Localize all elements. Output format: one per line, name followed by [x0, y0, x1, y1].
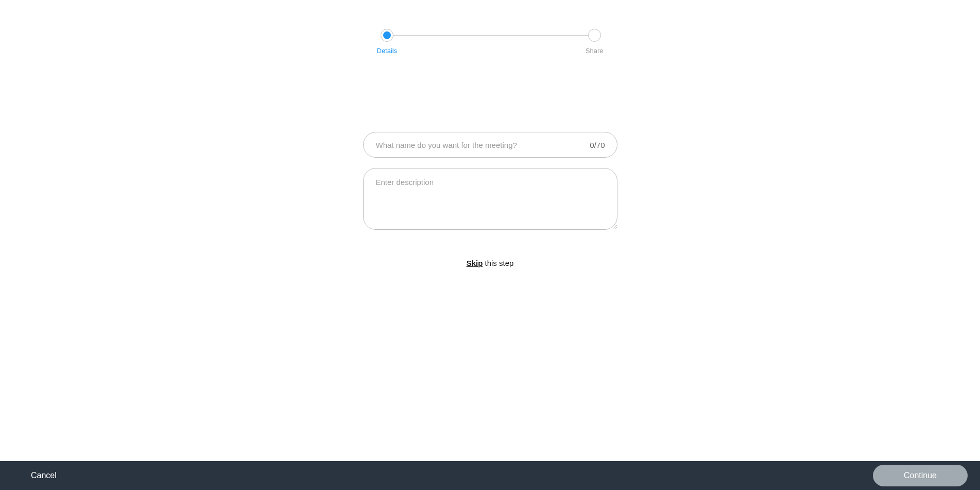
stepper-container: Details Share	[0, 0, 980, 29]
step-label-details: Details	[377, 47, 398, 55]
char-counter: 0/70	[590, 141, 605, 149]
step-circle-details	[381, 29, 393, 42]
step-circle-inner-icon	[383, 31, 391, 39]
step-details: Details	[377, 29, 398, 55]
name-input-wrapper: 0/70	[363, 132, 617, 158]
stepper-line	[389, 35, 591, 36]
step-share: Share	[586, 29, 604, 55]
skip-rest-text: this step	[483, 259, 513, 267]
footer-bar: Cancel Continue	[0, 461, 980, 490]
continue-button[interactable]: Continue	[873, 465, 968, 486]
cancel-button[interactable]: Cancel	[31, 471, 57, 480]
form-container: 0/70 Skip this step	[0, 132, 980, 267]
skip-step-link[interactable]: Skip this step	[467, 259, 514, 267]
description-textarea[interactable]	[363, 168, 617, 230]
skip-bold-text: Skip	[467, 259, 483, 267]
step-label-share: Share	[586, 47, 604, 55]
step-circle-share	[588, 29, 601, 42]
meeting-name-input[interactable]	[363, 132, 617, 158]
